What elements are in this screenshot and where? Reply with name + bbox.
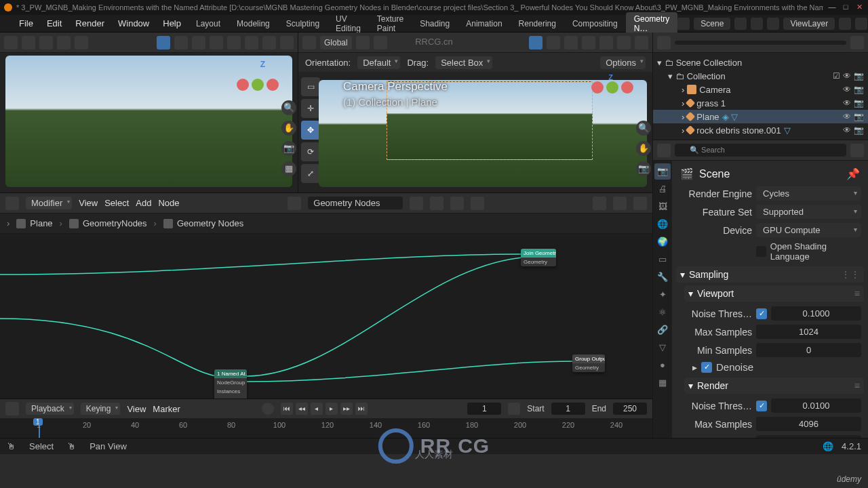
tool-select-box[interactable]: ▭ bbox=[301, 77, 320, 96]
tab-material-icon[interactable]: ● bbox=[654, 357, 671, 373]
tab-layout[interactable]: Layout bbox=[188, 17, 229, 30]
tab-texture-icon[interactable]: ▦ bbox=[654, 375, 671, 391]
modifier-dropdown[interactable]: Modifier bbox=[26, 197, 72, 209]
pivot-icon[interactable] bbox=[39, 36, 53, 49]
vp-noise-input[interactable]: 0.1000 bbox=[771, 306, 861, 321]
node-display-icon[interactable] bbox=[633, 197, 647, 210]
editor-type-icon[interactable] bbox=[5, 402, 19, 415]
zoom-icon[interactable]: 🔍 bbox=[281, 100, 296, 115]
axis-x-icon[interactable] bbox=[591, 81, 604, 94]
shading-matprev-icon[interactable] bbox=[245, 36, 258, 49]
crumb-object[interactable]: Plane bbox=[30, 218, 52, 228]
viewport-right[interactable]: Global Orientation: Default Drag: bbox=[298, 33, 652, 192]
play-reverse-button[interactable]: ◂ bbox=[311, 403, 323, 415]
geometry-node-editor[interactable]: Modifier View Select Add Node Geometry N… bbox=[0, 192, 652, 399]
eye-icon[interactable]: 👁 bbox=[843, 98, 851, 108]
timeline-ruler[interactable]: 120406080100120140160180200220240 bbox=[0, 418, 652, 438]
feature-set-select[interactable]: Supported bbox=[756, 205, 861, 219]
current-frame-input[interactable]: 1 bbox=[467, 403, 501, 415]
tab-rendering[interactable]: Rendering bbox=[511, 17, 564, 30]
drag-dropdown[interactable]: Select Box bbox=[435, 56, 492, 69]
tab-uv-editing[interactable]: UV Editing bbox=[328, 12, 369, 35]
editor-type-icon[interactable] bbox=[657, 144, 671, 157]
gizmo-toggle-icon[interactable] bbox=[157, 36, 170, 49]
unlink-nodetree-icon[interactable] bbox=[450, 197, 464, 210]
properties-search-input[interactable]: 🔍 Search bbox=[675, 144, 846, 157]
scene-new-button[interactable] bbox=[734, 18, 747, 30]
gizmo-toggle-icon[interactable] bbox=[529, 36, 542, 49]
tab-texture-paint[interactable]: Texture Paint bbox=[369, 12, 412, 35]
shading-solid-icon[interactable] bbox=[227, 36, 241, 49]
outliner-tree[interactable]: ▾ 🗀 Scene Collection ▾ 🗀 Collection ☑👁📷 … bbox=[653, 53, 868, 140]
pan-icon[interactable]: ✋ bbox=[636, 141, 651, 156]
tab-sculpting[interactable]: Sculpting bbox=[278, 17, 328, 30]
node-snap-icon[interactable] bbox=[593, 197, 606, 210]
eye-icon[interactable]: 👁 bbox=[843, 112, 851, 121]
shading-solid-icon[interactable] bbox=[599, 36, 613, 49]
overlay-toggle-icon[interactable] bbox=[547, 36, 560, 49]
tab-particles-icon[interactable]: ✦ bbox=[654, 287, 671, 303]
outliner-search-input[interactable] bbox=[675, 41, 846, 45]
tab-viewlayer-icon[interactable]: 🖼 bbox=[654, 199, 671, 215]
tab-scene-icon[interactable]: 🌐 bbox=[654, 216, 671, 232]
render-icon[interactable]: 📷 bbox=[854, 98, 864, 108]
denoise-label[interactable]: Denoise bbox=[716, 361, 753, 373]
viewlayer-new-button[interactable] bbox=[839, 18, 851, 30]
node-join-geometry[interactable]: Join Geometry Geometry bbox=[521, 249, 556, 266]
scene-browse-button[interactable] bbox=[677, 18, 690, 30]
viewport-left[interactable]: Z 🔍 ✋ 📷 ▦ bbox=[0, 33, 298, 192]
playback-dropdown[interactable]: Playback bbox=[26, 403, 74, 415]
node-menu-view[interactable]: View bbox=[79, 198, 98, 208]
xray-icon[interactable] bbox=[192, 36, 205, 49]
sampling-section[interactable]: ▾ Sampling⋮⋮ bbox=[676, 266, 864, 283]
fake-user-icon[interactable] bbox=[410, 197, 423, 210]
r-noise-checkbox[interactable]: ✓ bbox=[756, 401, 767, 411]
tab-modifier-icon[interactable]: 🔧 bbox=[654, 269, 671, 285]
tab-shading[interactable]: Shading bbox=[412, 17, 458, 30]
orientation-dropdown[interactable]: Default bbox=[357, 56, 400, 69]
scene-delete-button[interactable] bbox=[751, 18, 763, 30]
editor-type-icon[interactable] bbox=[302, 36, 316, 49]
jump-end-button[interactable]: ⏭ bbox=[355, 403, 368, 415]
clock-icon[interactable] bbox=[508, 403, 520, 415]
render-icon[interactable]: 📷 bbox=[854, 125, 864, 135]
options-icon[interactable] bbox=[850, 144, 864, 157]
tab-output-icon[interactable]: 🖨 bbox=[654, 181, 671, 197]
axis-z-icon[interactable] bbox=[267, 79, 279, 91]
end-frame-input[interactable]: 250 bbox=[613, 403, 647, 415]
perspective-icon[interactable]: ▦ bbox=[281, 161, 296, 176]
pause-icon[interactable] bbox=[280, 36, 294, 49]
camera-icon[interactable]: 📷 bbox=[636, 161, 651, 176]
r-noise-input[interactable]: 0.0100 bbox=[771, 399, 861, 413]
viewlayer-selector[interactable]: ViewLayer bbox=[783, 18, 835, 30]
render-icon[interactable]: 📷 bbox=[854, 85, 864, 94]
keying-dropdown[interactable]: Keying bbox=[81, 403, 121, 415]
vp-denoise-checkbox[interactable]: ✓ bbox=[701, 362, 712, 373]
keyframe-prev-button[interactable]: ◂◂ bbox=[296, 403, 308, 415]
tab-data-icon[interactable]: ▽ bbox=[654, 340, 671, 356]
scene-selector[interactable]: Scene bbox=[694, 18, 730, 30]
chevron-right-icon[interactable]: › bbox=[682, 98, 684, 108]
zoom-icon[interactable]: 🔍 bbox=[636, 121, 651, 136]
shading-rendered-icon[interactable] bbox=[262, 36, 276, 49]
timeline-menu-marker[interactable]: Marker bbox=[153, 404, 180, 414]
snap-icon[interactable] bbox=[57, 36, 71, 49]
new-nodetree-icon[interactable] bbox=[430, 197, 443, 210]
r-min-samples-input[interactable]: 0 bbox=[756, 435, 861, 438]
window-minimize-button[interactable]: — bbox=[827, 3, 837, 12]
menu-window[interactable]: Window bbox=[111, 18, 156, 28]
node-menu-add[interactable]: Add bbox=[136, 198, 151, 208]
pan-icon[interactable]: ✋ bbox=[281, 121, 296, 136]
viewlayer-browse-button[interactable] bbox=[767, 18, 779, 30]
viewlayer-delete-button[interactable] bbox=[855, 18, 867, 30]
menu-file[interactable]: File bbox=[12, 18, 40, 28]
tool-move[interactable]: ✥ bbox=[301, 121, 320, 140]
snap-type-icon[interactable] bbox=[374, 36, 387, 49]
osl-checkbox[interactable] bbox=[756, 246, 766, 257]
orientation-global[interactable]: Global bbox=[320, 36, 352, 49]
render-icon[interactable]: 📷 bbox=[854, 71, 864, 81]
filter-icon[interactable] bbox=[850, 36, 864, 49]
menu-edit[interactable]: Edit bbox=[40, 18, 68, 28]
autokey-icon[interactable] bbox=[262, 403, 274, 415]
tool-rotate[interactable]: ⟳ bbox=[301, 142, 320, 161]
